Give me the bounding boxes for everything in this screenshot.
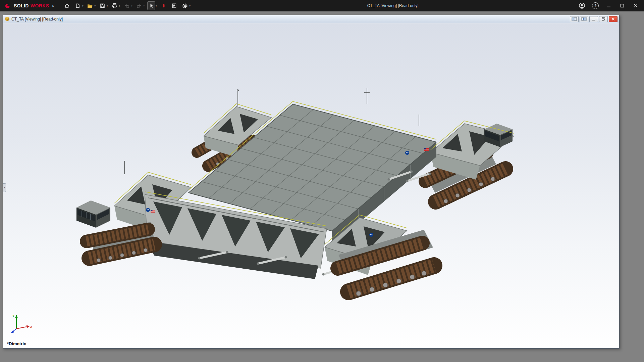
pane-left-icon [572, 17, 577, 21]
toolbar-flyout-arrow-icon[interactable]: ▸ [52, 4, 54, 8]
save-icon [100, 3, 105, 8]
property-tab-button[interactable] [170, 1, 178, 10]
close-icon [634, 4, 638, 8]
doc-minimize-button[interactable] [589, 16, 598, 22]
maximize-button[interactable] [616, 1, 628, 11]
brand-works: WORKS [31, 3, 49, 8]
triad-y-label: Y [12, 314, 14, 318]
pane-left-button[interactable] [570, 16, 579, 22]
record-icon [161, 3, 166, 8]
close-icon [611, 17, 615, 21]
print-dropdown[interactable]: ▾ [119, 5, 120, 7]
print-button[interactable] [111, 1, 119, 10]
solidworks-logo: SOLIDWORKS [0, 3, 49, 9]
undo-dropdown[interactable]: ▾ [131, 5, 132, 7]
redo-dropdown[interactable]: ▾ [144, 5, 145, 7]
help-glyph: ? [594, 4, 597, 8]
document-titlebar[interactable]: CT_TA [Viewing] [Read-only] [3, 15, 619, 23]
app-titlebar: SOLIDWORKS ▸ ▾ ▾ ▾ ▾ ▾ ▾ ▾ [0, 0, 644, 11]
track-pair-front-left [87, 222, 155, 262]
document-window: CT_TA [Viewing] [Read-only] [3, 15, 620, 349]
save-button[interactable] [98, 1, 106, 10]
app-document-title: CT_TA [Viewing] [Read-only] [367, 3, 419, 8]
viewport-3d[interactable]: ◂ Y X *Dimetric [3, 23, 619, 348]
account-icon [579, 2, 585, 9]
save-dropdown[interactable]: ▾ [107, 5, 108, 7]
redo-button[interactable] [135, 1, 143, 10]
model-crawler-transporter [3, 23, 619, 348]
account-button[interactable] [576, 1, 588, 11]
doc-close-button[interactable] [609, 16, 618, 22]
settings-dropdown[interactable]: ▾ [190, 5, 191, 7]
orientation-triad: Y X [9, 313, 33, 336]
settings-gear-icon [182, 3, 188, 9]
restore-icon [601, 17, 605, 21]
maximize-icon [620, 4, 624, 8]
help-icon: ? [592, 2, 599, 9]
undo-icon [124, 3, 129, 8]
close-app-button[interactable] [630, 1, 641, 11]
open-document-icon [87, 3, 93, 8]
new-document-button[interactable] [74, 1, 82, 10]
feature-panel-collapsed-tab[interactable]: ◂ [3, 183, 6, 192]
minimize-icon [607, 4, 611, 8]
select-cursor-icon [149, 3, 154, 8]
new-document-dropdown[interactable]: ▾ [82, 5, 84, 7]
select-tool-button[interactable] [147, 1, 155, 10]
collapse-arrow-icon: ◂ [4, 186, 5, 189]
brand-solid: SOLID [14, 3, 29, 8]
select-tool-dropdown[interactable]: ▾ [156, 5, 157, 7]
undo-button[interactable] [123, 1, 131, 10]
open-document-dropdown[interactable]: ▾ [95, 5, 96, 7]
cab-left [76, 200, 110, 228]
document-title: CT_TA [Viewing] [Read-only] [11, 17, 63, 21]
minimize-button[interactable] [603, 1, 614, 11]
pane-right-icon [581, 17, 587, 21]
redo-icon [137, 3, 142, 8]
print-icon [112, 3, 117, 8]
assembly-document-icon [5, 16, 10, 21]
document-window-controls [570, 16, 618, 22]
dassault-3ds-logo-icon [4, 3, 12, 9]
pane-right-button[interactable] [580, 16, 588, 22]
view-orientation-label: *Dimetric [7, 341, 26, 346]
doc-restore-button[interactable] [599, 16, 608, 22]
minimize-icon [592, 17, 596, 21]
quick-access-toolbar: ▾ ▾ ▾ ▾ ▾ ▾ ▾ ▾ [62, 1, 191, 10]
settings-button[interactable] [181, 1, 189, 10]
new-document-icon [75, 3, 80, 8]
property-tab-icon [172, 3, 177, 8]
open-document-button[interactable] [86, 1, 94, 10]
home-button[interactable] [63, 1, 71, 10]
record-button[interactable] [160, 1, 168, 10]
home-icon [64, 3, 70, 8]
triad-x-label: X [30, 325, 32, 328]
mdi-area: CT_TA [Viewing] [Read-only] [0, 11, 644, 362]
help-button[interactable]: ? [590, 1, 601, 11]
titlebar-right-controls: ? [576, 1, 644, 11]
